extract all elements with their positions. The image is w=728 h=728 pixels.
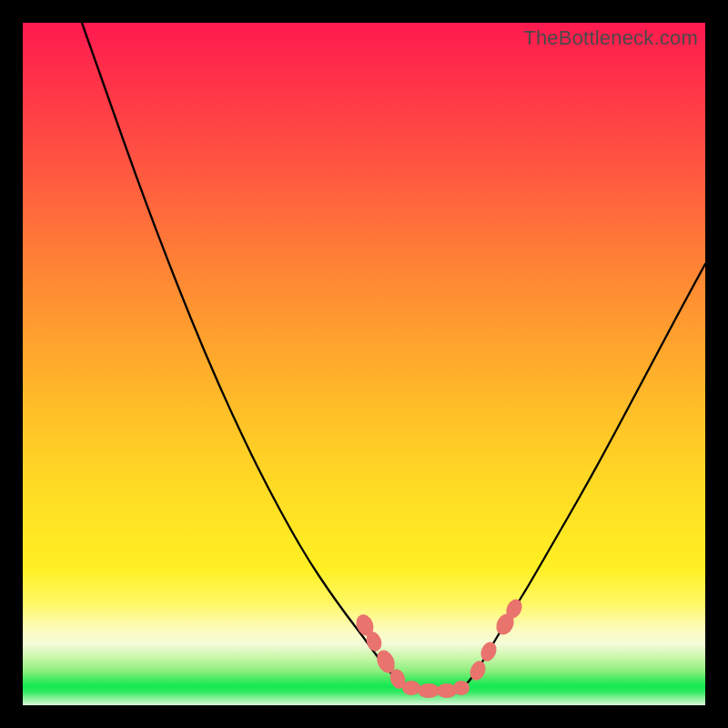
marker-floor-d bbox=[453, 681, 470, 695]
curve-layer bbox=[23, 23, 705, 705]
marker-right-mid bbox=[478, 640, 500, 664]
marker-floor-a bbox=[402, 681, 420, 695]
chart-frame: TheBottleneck.com bbox=[0, 0, 728, 728]
plot-area: TheBottleneck.com bbox=[23, 23, 705, 705]
marker-floor-b bbox=[418, 683, 440, 698]
left-curve bbox=[82, 23, 407, 687]
marker-group bbox=[353, 597, 525, 698]
curve-group bbox=[82, 23, 705, 691]
